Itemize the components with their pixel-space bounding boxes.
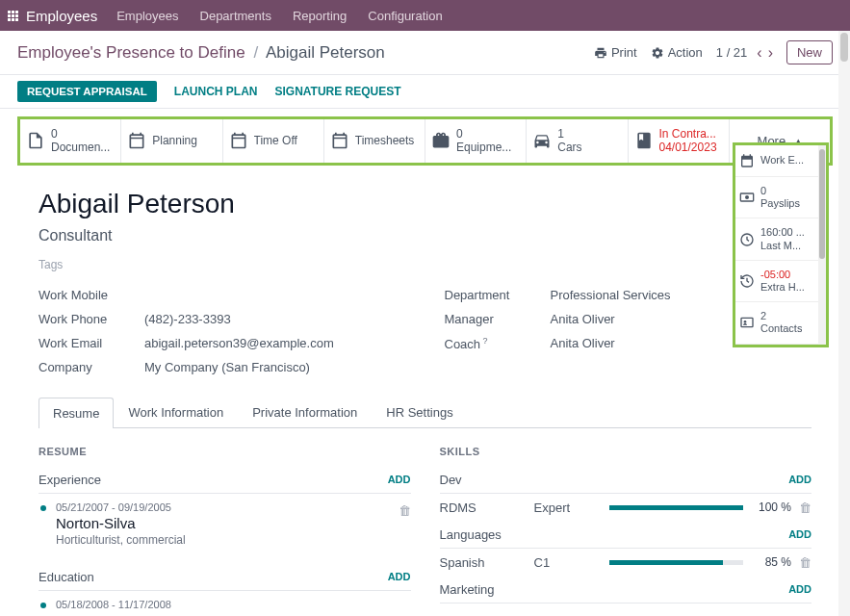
dev-label: Dev: [440, 473, 462, 487]
stat-cars[interactable]: 1Cars: [527, 119, 628, 163]
pager: 1 / 21 ‹ ›: [716, 44, 773, 62]
action-button[interactable]: Action: [651, 45, 703, 60]
work-email-label: Work Email: [39, 336, 144, 350]
skill-row[interactable]: Spanish C1 85 % 🗑: [440, 549, 812, 577]
trash-icon[interactable]: 🗑: [799, 500, 811, 515]
experience-add-button[interactable]: ADD: [388, 474, 411, 485]
calendar-icon: [229, 131, 248, 150]
signature-request-button[interactable]: SIGNATURE REQUEST: [274, 85, 400, 98]
contact-icon: [739, 315, 755, 330]
company-value[interactable]: My Company (San Francisco): [144, 360, 310, 374]
department-label: Department: [445, 288, 551, 302]
new-button[interactable]: New: [786, 40, 833, 64]
resume-section: RESUME Experience ADD 05/21/2007 - 09/19…: [39, 446, 411, 616]
car-icon: [532, 131, 552, 150]
tabs: Resume Work Information Private Informat…: [39, 397, 811, 428]
department-value[interactable]: Professional Services: [551, 288, 671, 302]
job-title[interactable]: Consultant: [39, 227, 811, 244]
employee-name[interactable]: Abigail Peterson: [39, 189, 811, 219]
education-label: Education: [39, 570, 94, 584]
manager-label: Manager: [445, 312, 551, 326]
page-scrollbar[interactable]: [838, 31, 850, 616]
skill-row[interactable]: RDMS Expert 100 % 🗑: [440, 494, 812, 522]
dev-add-button[interactable]: ADD: [788, 474, 811, 485]
coach-label: Coach ?: [445, 336, 551, 351]
breadcrumb-current: Abigail Peterson: [266, 43, 385, 62]
resume-heading: RESUME: [39, 446, 411, 457]
print-button[interactable]: Print: [594, 45, 637, 60]
more-scrollbar[interactable]: [818, 145, 826, 345]
nav-employees[interactable]: Employees: [116, 9, 178, 23]
stat-timesheets[interactable]: Timesheets: [324, 119, 425, 163]
company-label: Company: [39, 360, 144, 374]
equipment-icon: [431, 131, 451, 150]
breadcrumb: Employee's Presence to Define / Abigail …: [17, 43, 385, 63]
header: Employee's Presence to Define / Abigail …: [0, 31, 850, 75]
stat-equipment[interactable]: 0Equipme...: [425, 119, 527, 163]
calendar-icon: [330, 131, 349, 150]
tags-input[interactable]: Tags: [39, 258, 811, 271]
skills-section: SKILLS Dev ADD RDMS Expert 100 % 🗑 Langu…: [440, 446, 812, 616]
marketing-add-button[interactable]: ADD: [788, 583, 811, 595]
entry-dates: 05/18/2008 - 11/17/2008: [56, 599, 411, 610]
skills-heading: SKILLS: [440, 446, 812, 457]
breadcrumb-root[interactable]: Employee's Presence to Define: [17, 43, 245, 62]
more-extrah[interactable]: -05:00Extra H...: [735, 261, 826, 302]
gear-icon: [651, 46, 664, 60]
more-payslips[interactable]: 0Payslips: [735, 177, 826, 218]
pager-count: 1 / 21: [716, 45, 748, 60]
work-phone-label: Work Phone: [39, 312, 144, 326]
apps-icon[interactable]: [8, 11, 18, 21]
coach-value[interactable]: Anita Oliver: [551, 336, 615, 351]
trash-icon[interactable]: 🗑: [399, 503, 411, 518]
document-icon: [26, 131, 45, 150]
work-mobile-label: Work Mobile: [39, 288, 144, 302]
manager-value[interactable]: Anita Oliver: [551, 312, 615, 326]
tab-work-information[interactable]: Work Information: [114, 397, 238, 427]
experience-label: Experience: [39, 473, 101, 487]
svg-point-4: [744, 321, 747, 323]
help-icon[interactable]: ?: [480, 336, 488, 346]
request-appraisal-button[interactable]: REQUEST APPRAISAL: [17, 81, 157, 102]
more-lastm[interactable]: 160:00 ...Last M...: [735, 218, 826, 260]
languages-label: Languages: [440, 527, 502, 542]
print-icon: [594, 46, 607, 60]
entry-desc: Horticulturist, commercial: [56, 533, 411, 547]
stat-timeoff[interactable]: Time Off: [223, 119, 324, 163]
money-icon: [739, 190, 755, 205]
more-contacts[interactable]: 2Contacts: [735, 302, 826, 344]
work-email-value[interactable]: abigail.peterson39@example.com: [144, 336, 334, 350]
more-work-entries[interactable]: Work E...: [735, 145, 826, 177]
more-panel: Work E... 0Payslips 160:00 ...Last M... …: [733, 142, 829, 347]
clock-icon: [739, 232, 755, 247]
resume-entry[interactable]: 05/21/2007 - 09/19/2005 Norton-Silva Hor…: [39, 494, 411, 554]
tab-private-information[interactable]: Private Information: [238, 397, 372, 427]
calendar-icon: [127, 131, 146, 150]
marketing-label: Marketing: [440, 582, 495, 597]
stat-documents[interactable]: 0Documen...: [20, 119, 121, 163]
launch-plan-button[interactable]: LAUNCH PLAN: [174, 85, 258, 98]
nav-reporting[interactable]: Reporting: [293, 9, 347, 23]
tab-hr-settings[interactable]: HR Settings: [372, 397, 467, 427]
breadcrumb-sep: /: [253, 43, 258, 62]
education-add-button[interactable]: ADD: [388, 571, 411, 582]
pager-next[interactable]: ›: [768, 44, 773, 62]
brand[interactable]: Employees: [26, 8, 97, 24]
history-icon: [739, 273, 755, 289]
statbar: 0Documen... Planning Time Off Timesheets…: [17, 116, 833, 166]
nav-departments[interactable]: Departments: [200, 9, 271, 23]
resume-entry[interactable]: 05/18/2008 - 11/17/2008: [39, 591, 411, 616]
trash-icon[interactable]: 🗑: [799, 555, 811, 570]
languages-add-button[interactable]: ADD: [788, 528, 811, 540]
tab-resume[interactable]: Resume: [39, 398, 114, 428]
nav-configuration[interactable]: Configuration: [368, 9, 442, 23]
work-phone-value[interactable]: (482)-233-3393: [144, 312, 231, 326]
form-body: Abigail Peterson Consultant Tags Work Mo…: [0, 166, 850, 616]
topbar: Employees Employees Departments Reportin…: [0, 0, 850, 31]
pager-prev[interactable]: ‹: [757, 44, 761, 62]
stat-planning[interactable]: Planning: [121, 119, 222, 163]
calendar-icon: [739, 153, 755, 168]
svg-rect-3: [741, 319, 753, 327]
entry-title: Norton-Silva: [56, 515, 411, 531]
stat-contract[interactable]: In Contra...04/01/2023: [629, 119, 730, 163]
